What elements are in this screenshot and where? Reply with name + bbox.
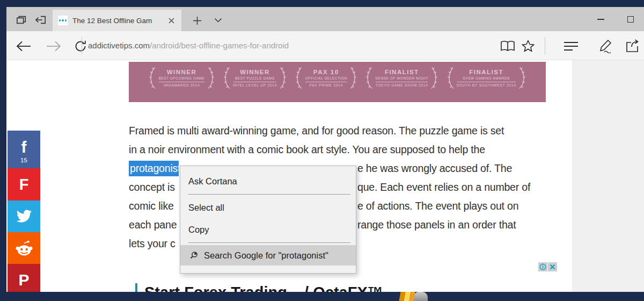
flipboard-share-button[interactable]: F — [8, 168, 40, 200]
article-line: concept is — [129, 178, 175, 197]
article-line: e of actions. The event plays out on — [357, 197, 518, 216]
chevron-down-icon — [214, 18, 222, 23]
laurel-left-icon — [448, 66, 455, 90]
award-subtitle: BEST PUZZLE GAME — [233, 76, 277, 80]
facebook-share-button[interactable]: f 15 — [8, 131, 40, 168]
flipboard-icon: F — [19, 176, 29, 194]
laurel-right-icon — [430, 66, 437, 90]
maximize-icon — [627, 16, 634, 23]
award-badge: FINALIST SENSE OF WONDER NIGHT TOKYO GAM… — [366, 66, 437, 90]
laurel-left-icon — [296, 66, 303, 90]
pinterest-share-button[interactable]: P — [8, 264, 40, 296]
menu-item-ask-cortana[interactable]: Ask Cortana — [180, 170, 356, 192]
reading-view-book-icon — [500, 40, 516, 53]
laurel-left-icon — [149, 66, 156, 90]
browser-window: The 12 Best Offline Gam — [0, 0, 644, 301]
reddit-alien-icon — [14, 239, 34, 257]
ad-close-icon — [550, 264, 555, 270]
new-tab-button[interactable] — [190, 14, 204, 27]
article-line: protagonist — [129, 159, 179, 178]
maximize-button[interactable] — [621, 12, 640, 26]
award-title: PAX 10 — [305, 69, 347, 75]
reddit-share-button[interactable] — [8, 232, 40, 264]
award-subtitle: BEST UPCOMING GAME — [158, 76, 204, 80]
award-subtitle: SENSE OF WONDER NIGHT — [375, 76, 428, 80]
tab-bar: The 12 Best Offline Gam — [6, 7, 644, 31]
adchoices-info-button[interactable] — [538, 262, 547, 271]
active-tab[interactable]: The 12 Best Offline Gam — [53, 10, 181, 31]
awards-banner-image[interactable]: WINNER BEST UPCOMING GAME IMGAWARDS 2014… — [129, 62, 546, 102]
tab-list-button[interactable] — [211, 15, 224, 26]
menu-divider — [188, 194, 350, 195]
article-line: comic like — [129, 197, 174, 216]
menu-divider — [188, 242, 350, 243]
article-line: in a noir environment with a comic book … — [129, 140, 485, 159]
article-line: lets your c — [129, 234, 175, 253]
url-domain: addictivetips.com — [88, 41, 150, 50]
selected-text[interactable]: protagonist — [129, 161, 179, 176]
page-gutter — [572, 60, 644, 292]
award-event: INTEL LEVEL UP 2014 — [233, 83, 277, 87]
twitter-bird-icon — [16, 210, 32, 224]
award-badge: FINALIST SXSW GAMING AWARDS SOUTH BY SOU… — [448, 66, 525, 90]
laurel-left-icon — [224, 66, 231, 90]
tab-title: The 12 Best Offline Gam — [72, 17, 162, 25]
url-path: /android/best-offline-games-for-android — [150, 41, 289, 50]
refresh-icon — [74, 39, 87, 53]
article-line: Framed is multi award-winning game, and … — [129, 121, 504, 140]
facebook-icon: f — [21, 139, 27, 155]
laurel-right-icon — [207, 66, 214, 90]
minimize-button[interactable] — [591, 12, 610, 26]
laurel-left-icon — [366, 66, 373, 90]
forward-icon — [46, 40, 62, 52]
article-line: range those panels in an order that — [357, 216, 516, 234]
share-icon — [625, 39, 640, 53]
web-note-button[interactable] — [597, 39, 614, 54]
award-title: WINNER — [233, 69, 277, 75]
site-favicon-icon — [58, 16, 68, 25]
twitter-share-button[interactable] — [8, 200, 40, 232]
hub-lines-icon — [564, 41, 579, 51]
menu-item-select-all[interactable]: Select all — [180, 197, 356, 219]
facebook-share-count: 15 — [20, 157, 27, 163]
pen-icon — [597, 39, 613, 53]
favorites-button[interactable] — [519, 39, 537, 54]
set-tabs-aside-button[interactable] — [33, 13, 48, 26]
award-badge: PAX 10 OFFICIAL SELECTION PAX PRIME 2014 — [296, 66, 356, 90]
close-tab-button[interactable] — [166, 16, 176, 25]
laurel-right-icon — [349, 66, 356, 90]
toolbar-divider — [545, 37, 545, 54]
hub-button[interactable] — [562, 39, 580, 54]
refresh-button[interactable] — [72, 39, 89, 54]
laurel-right-icon — [279, 66, 286, 90]
adchoices-info-icon — [539, 263, 546, 270]
star-icon — [521, 39, 535, 53]
magnifier-icon — [189, 251, 198, 260]
award-event: PAX PRIME 2014 — [305, 83, 347, 87]
award-subtitle: OFFICIAL SELECTION — [305, 76, 347, 80]
plus-icon — [193, 17, 201, 25]
award-subtitle: SXSW GAMING AWARDS — [457, 76, 516, 80]
award-event: IMGAWARDS 2014 — [158, 83, 204, 87]
article-line: que. Each event relies on a number of — [357, 178, 530, 197]
award-badge: WINNER BEST PUZZLE GAME INTEL LEVEL UP 2… — [224, 66, 286, 90]
share-button[interactable] — [624, 39, 641, 54]
window-bottom-edge — [0, 292, 644, 301]
ad-pencil-artifact — [399, 292, 428, 301]
back-button[interactable] — [15, 39, 32, 54]
tab-preview-button[interactable] — [14, 13, 29, 26]
forward-button[interactable] — [45, 39, 62, 54]
reading-view-button[interactable] — [499, 39, 516, 54]
award-title: FINALIST — [457, 69, 516, 75]
menu-item-copy[interactable]: Copy — [180, 219, 356, 241]
context-menu: Ask Cortana Select all Copy Search Googl… — [180, 166, 356, 274]
pinterest-icon: P — [18, 271, 29, 289]
ad-close-button[interactable] — [548, 262, 557, 271]
award-event: SOUTH BY SOUTHWEST 2014 — [457, 83, 516, 87]
address-bar: addictivetips.com/android/best-offline-g… — [6, 31, 644, 60]
menu-item-search-google[interactable]: Search Google for "protagonist" — [180, 245, 356, 266]
article-line: e he was wrongly accused of. The — [357, 159, 512, 178]
award-event: TOKYO GAME SHOW 2014 — [375, 83, 428, 87]
url-field[interactable]: addictivetips.com/android/best-offline-g… — [88, 31, 289, 60]
laurel-right-icon — [518, 66, 525, 90]
